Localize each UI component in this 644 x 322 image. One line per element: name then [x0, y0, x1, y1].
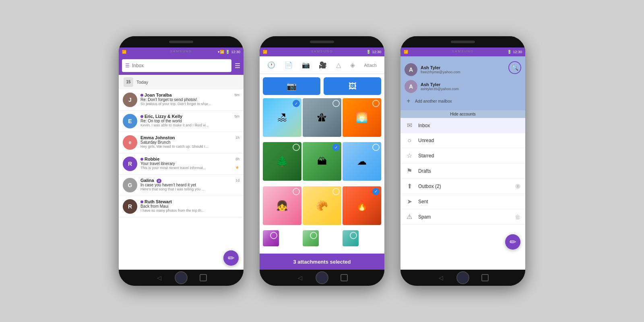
photo-11[interactable]: [343, 230, 359, 246]
account-info-0: Ash Tyler free2rhyme@yahoo.com: [421, 65, 460, 74]
signal-icon-3: 📶: [404, 50, 408, 54]
status-right-1: ▾📶 🔋 12:30: [218, 50, 240, 54]
time-2: 1h: [235, 136, 239, 140]
sidebar-item-drafts[interactable]: ⚑ Drafts: [400, 163, 525, 179]
compose-fab[interactable]: ✏: [223, 250, 239, 266]
phone-3-top: SAMSUNG: [400, 36, 525, 47]
search-input[interactable]: [132, 63, 228, 68]
sidebar-item-sent[interactable]: ➤ Sent: [400, 194, 525, 209]
photo-8[interactable]: 🔥 ✓: [343, 186, 381, 225]
photo-10[interactable]: [303, 230, 319, 246]
battery-icon: 🔋: [225, 50, 230, 54]
add-account-item[interactable]: + Add another mailbox: [405, 95, 460, 107]
photo-5[interactable]: ☁: [343, 142, 381, 181]
photo-grid: 🏖 ✓ 🛣 🌅 🌲 🏔 ✓: [260, 98, 384, 254]
time-1: 12:30: [231, 50, 240, 54]
avatar-0: J: [123, 93, 137, 107]
subject-1: Re: On top of the world: [140, 119, 239, 123]
email-body-4: Galina 2 1d In case you haven't heard it…: [140, 178, 239, 191]
photo-7[interactable]: 🥐: [303, 186, 341, 225]
recents-button-1[interactable]: [200, 274, 207, 281]
back-button-2[interactable]: [296, 274, 303, 281]
avatar-2: e: [123, 135, 137, 150]
gallery-button[interactable]: 🖼: [324, 77, 381, 95]
attachments-selected-bar[interactable]: 3 attachments selected: [260, 254, 384, 270]
sidebar-item-starred[interactable]: ☆ Starred: [400, 148, 525, 163]
back-button-1[interactable]: [155, 274, 163, 281]
recents-button-3[interactable]: [481, 274, 489, 281]
unread-dot-3: [140, 158, 143, 161]
sidebar-item-spam[interactable]: ⚠ Spam 🗑: [400, 209, 525, 225]
account-avatar-1: A: [405, 80, 417, 93]
email-item-5[interactable]: R Ruth Stewart Back from Maui I have so …: [119, 196, 244, 217]
subject-3: Your travel itinerary: [140, 161, 239, 166]
hide-accounts-bar[interactable]: Hide accounts: [400, 110, 525, 118]
speaker: [169, 41, 193, 43]
compose-fab-3[interactable]: ✏: [505, 234, 520, 250]
photo-0[interactable]: 🏖 ✓: [263, 98, 301, 137]
outbox-badge: !: [515, 184, 520, 189]
email-item-4[interactable]: G Galina 2 1d In case you haven't heard …: [119, 175, 244, 196]
sender-5: Ruth Stewart: [140, 199, 172, 204]
photo-4[interactable]: 🏔 ✓: [303, 142, 341, 181]
avatar-1: E: [123, 114, 137, 128]
camera-icon-tab[interactable]: 📷: [302, 61, 310, 69]
photo-2[interactable]: 🌅: [343, 98, 381, 137]
drafts-label: Drafts: [418, 168, 520, 174]
subject-5: Back from Maui: [140, 204, 239, 208]
unread-icon: ○: [405, 137, 413, 144]
photo-3[interactable]: 🌲: [263, 142, 301, 181]
list-view-icon[interactable]: ☰: [235, 62, 240, 70]
drive-icon[interactable]: △: [336, 61, 341, 69]
speaker-3: [451, 41, 475, 43]
home-button-2[interactable]: [316, 271, 328, 284]
photo-9[interactable]: [263, 230, 279, 246]
time-3: 3h: [235, 157, 239, 161]
time-0: 5m: [234, 93, 239, 97]
account-item-1[interactable]: A Ash Tyler ashtyler35@yahoo.com: [405, 78, 460, 95]
time-2-label: 12:30: [372, 50, 381, 54]
email-item-2[interactable]: e Emma Johnston 1h Saturday Brunch Hey g…: [119, 132, 244, 153]
back-button-3[interactable]: [437, 274, 444, 281]
hamburger-icon[interactable]: ☰: [125, 63, 130, 68]
take-photo-button[interactable]: 📷: [263, 77, 320, 95]
photo-6[interactable]: 👧: [263, 186, 301, 225]
email-item-0[interactable]: J Joan Toralba 5m Re: Don't forget to se…: [119, 89, 244, 111]
signal-icon-2: 📶: [263, 50, 267, 54]
samsung-label-3: SAMSUNG: [452, 50, 474, 53]
email-item-3[interactable]: R Robbie 3h Your travel itinerary This i…: [119, 153, 244, 175]
avatar-4: G: [123, 178, 137, 192]
recent-icon[interactable]: 🕐: [267, 61, 275, 69]
status-right-3: 🔋 12:30: [507, 50, 522, 54]
sidebar-item-inbox[interactable]: ✉ Inbox: [400, 118, 525, 133]
preview-0: So jealous of your trip. Don't forget to…: [140, 102, 239, 106]
sender-1: Eric, Lizzy & Kelly: [140, 114, 182, 119]
sender-4: Galina 2: [140, 178, 161, 183]
home-button-1[interactable]: [175, 271, 188, 284]
sender-3: Robbie: [140, 157, 159, 161]
email-body-1: Eric, Lizzy & Kelly 5m Re: On top of the…: [140, 114, 239, 127]
date-label: Today: [136, 80, 148, 85]
circle-2: [372, 100, 380, 107]
account-item-0[interactable]: A Ash Tyler free2rhyme@yahoo.com: [405, 61, 460, 78]
sent-icon: ➤: [405, 198, 413, 205]
search-button[interactable]: 🔍: [508, 61, 521, 74]
dropbox-icon[interactable]: ◈: [350, 61, 355, 69]
circle-1: [332, 100, 340, 107]
starred-icon: ☆: [405, 152, 413, 159]
trash-icon: 🗑: [515, 214, 520, 220]
sidebar-item-unread[interactable]: ○ Unread: [400, 133, 525, 148]
photo-1[interactable]: 🛣: [303, 98, 341, 137]
phone-1: SAMSUNG 📶 ▾📶 🔋 12:30 ☰ ☰ 15: [119, 36, 244, 286]
speaker-2: [310, 41, 334, 43]
sidebar-item-outbox[interactable]: ⬆ Outbox (2) !: [400, 179, 525, 194]
search-bar[interactable]: ☰: [122, 59, 231, 72]
email-item-1[interactable]: E Eric, Lizzy & Kelly 5m Re: On top of t…: [119, 111, 244, 132]
file-icon[interactable]: 📄: [285, 61, 293, 69]
home-button-3[interactable]: [456, 271, 469, 284]
preview-2: Hey girls, We need to catch up. Should I…: [140, 144, 239, 149]
camera-gallery-row: 📷 🖼: [260, 74, 384, 98]
recents-button-2[interactable]: [341, 274, 348, 281]
account-email-1: ashtyler35@yahoo.com: [421, 87, 460, 91]
video-icon[interactable]: 🎥: [319, 61, 327, 69]
